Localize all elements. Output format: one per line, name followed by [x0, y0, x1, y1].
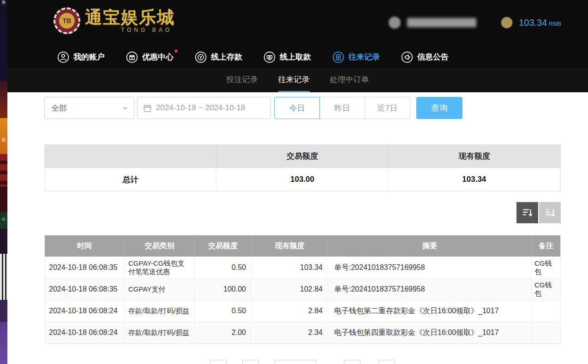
pagination-button[interactable] — [242, 360, 259, 364]
transaction-type-select[interactable]: 全部 — [44, 97, 134, 119]
sort-descending-button[interactable] — [516, 202, 538, 223]
pagination-button[interactable] — [344, 360, 360, 364]
withdraw-icon — [264, 51, 276, 63]
sort-ascending-icon — [544, 207, 556, 219]
user-area: 103.34RMB — [389, 17, 561, 29]
nav-label: 线上存款 — [211, 52, 242, 62]
cell-remark — [532, 300, 560, 322]
table-row: 2024-10-18 06:08:24 存款/取款/打码/损益 0.50 2.8… — [45, 300, 560, 322]
cell-balance: 2.34 — [252, 322, 328, 344]
strip-segment — [0, 154, 7, 186]
logo-name-cn: 通宝娱乐城 — [85, 8, 175, 27]
pagination-page-indicator[interactable] — [275, 360, 316, 364]
summary-header-row: 交易额度 现有额度 — [45, 145, 560, 167]
logo-name-en: TONG BAO — [121, 27, 172, 33]
logo-text: 通宝娱乐城 TONG BAO — [85, 8, 175, 33]
notification-dot — [174, 49, 178, 53]
cell-type: CGPAY-CG钱包支付笔笔送优惠 — [125, 257, 195, 279]
cell-summary: 电子钱包第四重取款彩金《次日16:00领取》_1017 — [328, 322, 532, 344]
strip-segment — [0, 300, 7, 322]
nav-item-online-withdrawal[interactable]: 线上取款 — [264, 51, 311, 63]
strip-segment — [0, 186, 7, 212]
strip-segment — [0, 81, 7, 118]
tab-transaction-records[interactable]: 往来记录 — [278, 68, 310, 92]
nav-item-my-account[interactable]: 我的账户 — [57, 51, 105, 63]
main-navigation: 我的账户 优惠中心 线上存款 线上取款 往来记录 信息公告 — [7, 46, 588, 68]
cell-amount: 2.00 — [195, 322, 252, 344]
strip-qr-fragment — [0, 254, 7, 300]
top-header: TB 通宝娱乐城 TONG BAO 103.34RMB — [7, 0, 588, 46]
header-type: 交易类别 — [125, 235, 195, 257]
tab-betting-records[interactable]: 投注记录 — [227, 68, 258, 92]
cell-remark — [532, 322, 560, 344]
strip-tiny-text: 告 — [0, 0, 7, 5]
date-range-input[interactable]: 2024-10-18 ~ 2024-10-18 — [137, 97, 271, 119]
pagination-button[interactable] — [210, 360, 227, 364]
announcement-icon — [401, 51, 413, 63]
summary-header-transaction: 交易额度 — [216, 145, 388, 167]
cell-type: 存款/取款/打码/损益 — [125, 322, 195, 344]
site-window: TB 通宝娱乐城 TONG BAO 103.34RMB 我的账户 — [7, 0, 588, 364]
date-range-value: 2024-10-18 ~ 2024-10-18 — [156, 103, 245, 113]
chevron-down-icon — [122, 105, 128, 111]
cell-remark: CG钱包 — [532, 257, 560, 279]
chip-monogram: TB — [59, 13, 75, 29]
filter-row: 全部 2024-10-18 ~ 2024-10-18 今日 昨日 近7日 查询 — [44, 97, 462, 119]
summary-header-balance: 现有额度 — [389, 145, 560, 167]
sort-ascending-button[interactable] — [539, 202, 561, 223]
strip-segment: G — [0, 212, 7, 229]
header-remark: 备注 — [532, 235, 560, 257]
summary-balance-total: 103.34 — [389, 167, 560, 191]
header-balance: 现有额度 — [252, 235, 328, 257]
quick-btn-today[interactable]: 今日 — [274, 97, 320, 119]
strip-char: 优 — [2, 137, 6, 142]
quick-btn-yesterday[interactable]: 昨日 — [319, 97, 365, 119]
pagination-button[interactable] — [378, 360, 395, 364]
cell-remark: CG钱包 — [532, 279, 560, 300]
summary-total-row: 总计 103.00 103.34 — [45, 167, 560, 191]
strip-segment — [0, 229, 7, 254]
strip-segment — [0, 322, 7, 364]
cell-summary: 电子钱包第二重存款彩金《次日16:00领取》_1017 — [328, 300, 532, 322]
nav-label: 线上取款 — [280, 52, 311, 62]
strip-segment: 优 — [0, 118, 7, 154]
sort-buttons — [516, 202, 561, 223]
summary-table: 交易额度 现有额度 总计 103.00 103.34 — [44, 144, 561, 191]
nav-item-announcements[interactable]: 信息公告 — [401, 51, 449, 63]
records-icon — [332, 51, 344, 63]
nav-item-online-deposit[interactable]: 线上存款 — [195, 51, 242, 63]
sort-descending-icon — [522, 207, 534, 219]
balance-currency: RMB — [549, 21, 561, 27]
summary-transaction-total: 103.00 — [216, 167, 388, 191]
nav-item-promotions[interactable]: 优惠中心 — [126, 51, 174, 63]
quick-date-group: 今日 昨日 近7日 — [274, 97, 410, 119]
screen: 告 优 G TB 通宝娱乐城 TONG BAO — [0, 0, 588, 364]
tab-processing-orders[interactable]: 处理中订单 — [330, 68, 369, 92]
cell-time: 2024-10-18 06:08:24 — [45, 300, 125, 322]
background-window-strip: 告 优 G — [0, 0, 7, 364]
search-button[interactable]: 查询 — [416, 97, 462, 119]
strip-segment — [0, 17, 7, 81]
strip-char-2: G — [2, 217, 5, 221]
site-logo[interactable]: TB 通宝娱乐城 TONG BAO — [54, 7, 175, 34]
account-balance: 103.34RMB — [519, 18, 561, 28]
select-value: 全部 — [51, 103, 67, 113]
calendar-icon — [143, 104, 152, 113]
cell-summary: 单号:202410183757169958 — [328, 279, 532, 300]
cell-type: CGPAY支付 — [125, 279, 195, 300]
deposit-coin-icon — [195, 51, 207, 63]
cell-amount: 100.00 — [195, 279, 252, 300]
header-time: 时间 — [45, 235, 125, 257]
nav-item-transaction-records[interactable]: 往来记录 — [332, 51, 380, 63]
nav-label: 我的账户 — [73, 52, 105, 62]
cell-balance: 2.84 — [252, 300, 328, 322]
cell-summary: 单号:202410183757169958 — [328, 257, 532, 279]
user-icon — [57, 51, 69, 63]
poker-chip-icon: TB — [54, 7, 80, 34]
transactions-table: 时间 交易类别 交易额度 现有额度 摘要 备注 2024-10-18 06:08… — [44, 235, 561, 344]
cell-time: 2024-10-18 06:08:35 — [45, 279, 125, 300]
user-avatar — [389, 17, 401, 29]
username-censored — [407, 18, 476, 27]
quick-btn-last7days[interactable]: 近7日 — [365, 97, 410, 119]
coin-icon — [501, 17, 512, 28]
